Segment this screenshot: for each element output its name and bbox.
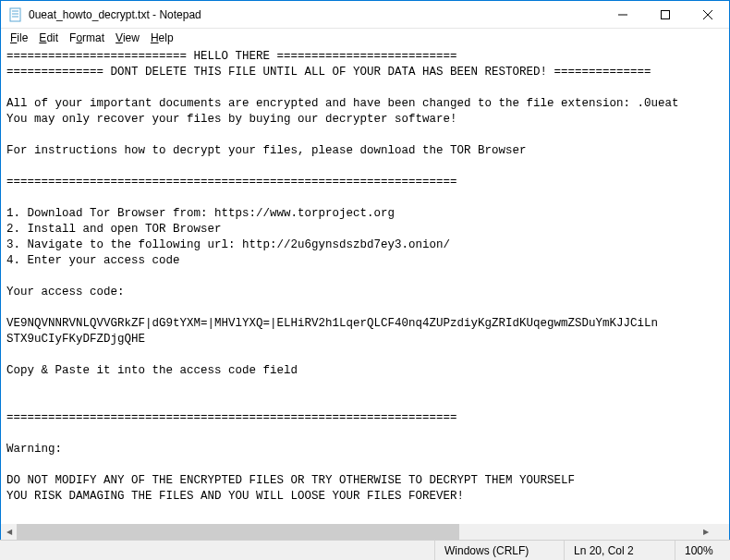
status-zoom: 100% <box>675 541 730 560</box>
svg-rect-0 <box>10 8 20 21</box>
scroll-track[interactable] <box>17 524 698 540</box>
window-controls <box>602 1 729 28</box>
statusbar: Windows (CRLF) Ln 20, Col 2 100% <box>0 540 730 560</box>
menu-view[interactable]: View <box>110 30 145 45</box>
svg-rect-5 <box>662 11 670 19</box>
window-title: 0ueat_howto_decrypt.txt - Notepad <box>29 8 602 21</box>
horizontal-scrollbar[interactable]: ◀ ▶ <box>1 524 713 540</box>
notepad-icon <box>8 7 23 22</box>
menu-format[interactable]: Format <box>64 30 110 45</box>
text-area[interactable]: ========================== HELLO THERE =… <box>1 47 729 524</box>
status-position: Ln 20, Col 2 <box>564 541 675 560</box>
menu-file[interactable]: File <box>5 30 33 45</box>
menu-help[interactable]: Help <box>145 30 179 45</box>
status-encoding: Windows (CRLF) <box>434 541 564 560</box>
maximize-button[interactable] <box>644 1 687 29</box>
titlebar: 0ueat_howto_decrypt.txt - Notepad <box>1 1 729 29</box>
minimize-button[interactable] <box>602 1 644 29</box>
scroll-thumb[interactable] <box>17 524 459 540</box>
scroll-left-button[interactable]: ◀ <box>1 524 17 540</box>
scrollbar-corner <box>713 524 729 540</box>
menubar: File Edit Format View Help <box>1 29 729 47</box>
scroll-right-button[interactable]: ▶ <box>698 524 713 540</box>
menu-edit[interactable]: Edit <box>33 30 64 45</box>
close-button[interactable] <box>687 1 729 29</box>
